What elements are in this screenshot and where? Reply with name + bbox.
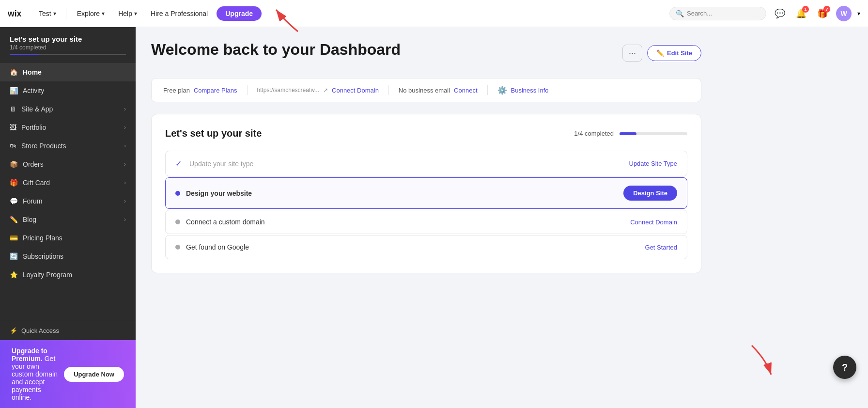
sidebar-store-label: Store Products xyxy=(21,142,66,150)
sidebar-blog-label: Blog xyxy=(23,216,36,223)
check-icon: ✓ xyxy=(175,159,182,168)
portfolio-icon: 🖼 xyxy=(10,124,16,131)
update-site-type-link[interactable]: Update Site Type xyxy=(629,160,678,167)
avatar-initials: W xyxy=(840,10,847,17)
search-box[interactable]: 🔍 xyxy=(669,7,766,20)
get-started-link[interactable]: Get Started xyxy=(645,244,677,251)
more-options-button[interactable]: ··· xyxy=(622,45,642,62)
avatar[interactable]: W xyxy=(836,6,852,21)
page-header-actions: ··· ✏️ Edit Site xyxy=(622,45,701,62)
edit-site-label: Edit Site xyxy=(667,49,692,57)
business-info-link[interactable]: Business Info xyxy=(511,87,549,94)
search-input[interactable] xyxy=(687,10,760,17)
notification-badge: 1 xyxy=(802,6,809,13)
step-dot-3 xyxy=(175,220,180,224)
forum-icon: 💬 xyxy=(10,197,18,205)
site-name: Test xyxy=(39,10,51,17)
notifications-button[interactable]: 🔔 1 xyxy=(793,6,809,21)
sidebar-item-store-products[interactable]: 🛍 Store Products › xyxy=(0,137,136,155)
chat-icon-button[interactable]: 💬 xyxy=(772,6,788,21)
activity-icon: 📊 xyxy=(10,87,18,94)
quick-access-footer[interactable]: ⚡ Quick Access xyxy=(0,321,136,340)
search-icon: 🔍 xyxy=(676,10,684,17)
sidebar-loyalty-label: Loyalty Program xyxy=(23,271,72,279)
sidebar-pricing-label: Pricing Plans xyxy=(23,234,62,242)
sidebar-item-portfolio[interactable]: 🖼 Portfolio › xyxy=(0,118,136,137)
sidebar-item-home[interactable]: 🏠 Home xyxy=(0,63,136,81)
plan-label: Free plan xyxy=(163,87,190,94)
upgrade-now-button[interactable]: Upgrade Now xyxy=(64,367,124,382)
chevron-down-icon: ▾ xyxy=(53,10,56,17)
wix-logo[interactable]: wix xyxy=(8,8,27,19)
help-nav-link[interactable]: Help ▾ xyxy=(113,8,142,19)
sidebar-item-gift-card[interactable]: 🎁 Gift Card › xyxy=(0,173,136,192)
info-bar-email: No business email Connect xyxy=(389,87,487,94)
sidebar-item-orders[interactable]: 📦 Orders › xyxy=(0,155,136,173)
info-bar: Free plan Compare Plans https://samchesc… xyxy=(151,78,701,102)
compare-plans-link[interactable]: Compare Plans xyxy=(194,87,237,94)
loyalty-icon: ⭐ xyxy=(10,271,18,279)
chevron-down-icon: ▾ xyxy=(102,10,105,17)
setup-progress: 1/4 completed xyxy=(574,130,687,137)
site-app-icon: 🖥 xyxy=(10,105,16,113)
pricing-icon: 💳 xyxy=(10,234,18,242)
chevron-icon: › xyxy=(124,106,126,112)
site-url: https://samchescreativ... xyxy=(257,87,320,94)
setup-card-title: Let's set up your site xyxy=(165,128,262,139)
quick-access-icon: ⚡ xyxy=(10,327,17,334)
hire-label: Hire a Professional xyxy=(151,10,208,17)
connect-domain-link[interactable]: Connect Domain xyxy=(332,87,379,94)
setup-card-header: Let's set up your site 1/4 completed xyxy=(165,128,687,139)
sidebar-item-pricing-plans[interactable]: 💳 Pricing Plans xyxy=(0,229,136,247)
main-layout: Let's set up your site 1/4 completed 🏠 H… xyxy=(0,27,868,408)
setup-progress-fill xyxy=(620,132,636,135)
site-selector[interactable]: Test ▾ xyxy=(35,8,60,19)
sidebar-site-app-label: Site & App xyxy=(21,105,53,113)
chevron-icon: › xyxy=(124,142,126,149)
home-icon: 🏠 xyxy=(10,68,18,76)
sidebar-item-forum[interactable]: 💬 Forum › xyxy=(0,192,136,210)
help-label: Help xyxy=(118,10,132,17)
blog-icon: ✏️ xyxy=(10,216,18,223)
chevron-icon: › xyxy=(124,179,126,186)
sidebar-item-blog[interactable]: ✏️ Blog › xyxy=(0,210,136,229)
sidebar-forum-label: Forum xyxy=(23,197,42,205)
design-site-button[interactable]: Design Site xyxy=(623,186,677,201)
hire-professional-link[interactable]: Hire a Professional xyxy=(146,8,213,19)
upgrade-banner: Upgrade to Premium. Get your own custom … xyxy=(0,340,136,408)
step-2-label: Design your website xyxy=(186,189,252,197)
upgrade-banner-bold: Upgrade to Premium. xyxy=(12,347,47,362)
question-mark-icon: ? xyxy=(842,362,848,373)
sidebar-item-loyalty[interactable]: ⭐ Loyalty Program xyxy=(0,266,136,284)
upgrade-button[interactable]: Upgrade xyxy=(217,6,262,21)
sidebar-orders-label: Orders xyxy=(23,160,44,168)
chevron-icon: › xyxy=(124,124,126,131)
sidebar-item-activity[interactable]: 📊 Activity xyxy=(0,81,136,100)
explore-label: Explore xyxy=(77,10,100,17)
help-fab-button[interactable]: ? xyxy=(833,356,856,379)
explore-nav-link[interactable]: Explore ▾ xyxy=(72,8,109,19)
step-dot-2 xyxy=(175,191,180,196)
svg-text:wix: wix xyxy=(8,9,22,18)
sidebar-item-site-app[interactable]: 🖥 Site & App › xyxy=(0,100,136,118)
sidebar-nav: 🏠 Home 📊 Activity 🖥 Site & App › xyxy=(0,59,136,321)
step-dot-4 xyxy=(175,245,180,250)
avatar-chevron-icon[interactable]: ▾ xyxy=(857,10,860,17)
sidebar-item-subscriptions[interactable]: 🔄 Subscriptions xyxy=(0,247,136,266)
chevron-icon: › xyxy=(124,198,126,204)
no-business-email-label: No business email xyxy=(399,87,450,94)
gifts-button[interactable]: 🎁 7 xyxy=(815,6,830,21)
edit-icon: ✏️ xyxy=(656,49,664,57)
gift-badge: 7 xyxy=(823,6,830,13)
topnav: wix Test ▾ Explore ▾ Help ▾ Hire a Profe… xyxy=(0,0,868,27)
setup-step-site-type: ✓ Update your site type Update Site Type xyxy=(165,151,687,176)
edit-site-button[interactable]: ✏️ Edit Site xyxy=(647,45,701,61)
gear-icon[interactable]: ⚙️ xyxy=(497,86,507,95)
connect-domain-step-link[interactable]: Connect Domain xyxy=(630,219,677,226)
page-header: Welcome back to your Dashboard ··· ✏️ Ed… xyxy=(151,41,701,68)
store-icon: 🛍 xyxy=(10,142,16,150)
info-bar-url: https://samchescreativ... ↗ Connect Doma… xyxy=(248,87,388,94)
setup-steps: ✓ Update your site type Update Site Type… xyxy=(165,151,687,259)
nav-divider-1 xyxy=(66,8,66,19)
connect-email-link[interactable]: Connect xyxy=(454,87,477,94)
